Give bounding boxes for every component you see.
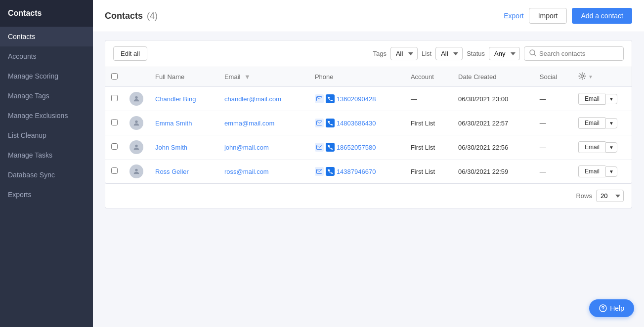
th-social: Social — [534, 67, 572, 87]
table-row: Chandler Bing chandler@mail.com — [105, 87, 632, 111]
contact-phone-link[interactable]: 14803686430 — [337, 120, 376, 127]
rows-label: Rows — [576, 192, 592, 200]
sidebar-item-exports[interactable]: Exports — [0, 185, 93, 204]
contact-name-link[interactable]: Chandler Bing — [155, 95, 196, 103]
phone-cell: 13602090428 — [309, 87, 405, 111]
sidebar-item-contacts[interactable]: Contacts — [0, 27, 93, 46]
contact-email-link[interactable]: emma@mail.com — [224, 120, 274, 127]
contact-name-link[interactable]: John Smith — [155, 144, 187, 151]
th-email[interactable]: Email ▼ — [218, 67, 309, 87]
sms-icon[interactable] — [315, 143, 324, 152]
status-select[interactable]: Any — [489, 47, 520, 60]
th-actions: ▼ — [572, 67, 632, 87]
email-action-button[interactable]: Email — [578, 165, 605, 177]
column-dropdown-icon[interactable]: ▼ — [588, 74, 593, 80]
rows-per-page-select[interactable]: 20 50 100 — [596, 190, 624, 202]
email-action-button[interactable]: Email — [578, 141, 605, 153]
contact-email-link[interactable]: chandler@mail.com — [224, 95, 281, 103]
call-icon[interactable] — [326, 167, 335, 176]
row-checkbox[interactable] — [111, 143, 118, 150]
settings-icon[interactable] — [578, 72, 586, 82]
call-icon[interactable] — [326, 143, 335, 152]
row-checkbox-cell[interactable] — [105, 87, 124, 111]
call-icon[interactable] — [326, 94, 335, 103]
sidebar-item-accounts[interactable]: Accounts — [0, 46, 93, 66]
svg-point-7 — [135, 145, 137, 147]
help-button[interactable]: Help — [589, 299, 634, 317]
email-dropdown-button[interactable]: ▼ — [605, 166, 617, 177]
sidebar-item-manage-tasks[interactable]: Manage Tasks — [0, 145, 93, 165]
row-checkbox[interactable] — [111, 119, 118, 125]
import-button[interactable]: Import — [529, 8, 567, 24]
sms-icon[interactable] — [315, 119, 324, 127]
sidebar-item-database-sync[interactable]: Database Sync — [0, 165, 93, 185]
table-header-row: Full Name Email ▼ Phone Account — [105, 67, 632, 87]
contact-email-link[interactable]: ross@mail.com — [224, 168, 269, 175]
email-cell: chandler@mail.com — [218, 87, 309, 111]
sms-icon[interactable] — [315, 94, 324, 103]
avatar — [129, 92, 143, 106]
svg-point-3 — [135, 96, 137, 99]
email-action-button[interactable]: Email — [578, 93, 605, 105]
contact-name-link[interactable]: Ross Geller — [155, 168, 189, 175]
sidebar-item-manage-tags[interactable]: Manage Tags — [0, 86, 93, 106]
row-checkbox-cell[interactable] — [105, 135, 124, 160]
sidebar: Contacts Contacts Accounts Manage Scorin… — [0, 0, 93, 327]
row-checkbox-cell[interactable] — [105, 160, 124, 184]
sidebar-item-manage-scoring[interactable]: Manage Scoring — [0, 66, 93, 86]
account-cell: First List — [405, 160, 452, 184]
add-contact-button[interactable]: Add a contact — [572, 8, 632, 24]
avatar-cell — [124, 135, 149, 160]
email-dropdown-button[interactable]: ▼ — [605, 94, 617, 104]
phone-cell: 14803686430 — [309, 111, 405, 135]
email-dropdown-button[interactable]: ▼ — [605, 118, 617, 128]
tags-select[interactable]: All — [390, 47, 418, 60]
contact-name-link[interactable]: Emma Smith — [155, 120, 192, 127]
contact-phone-link[interactable]: 14387946670 — [337, 168, 376, 175]
sidebar-item-list-cleanup[interactable]: List Cleanup — [0, 125, 93, 145]
edit-all-button[interactable]: Edit all — [113, 46, 147, 61]
avatar-cell — [124, 87, 149, 111]
social-cell: — — [534, 87, 572, 111]
th-full-name[interactable]: Full Name — [149, 67, 218, 87]
action-cell: Email ▼ — [572, 111, 632, 135]
help-icon — [599, 304, 607, 312]
email-dropdown-button[interactable]: ▼ — [605, 142, 617, 153]
row-checkbox[interactable] — [111, 95, 118, 101]
export-button[interactable]: Export — [504, 12, 523, 20]
email-cell: ross@mail.com — [218, 160, 309, 184]
row-checkbox[interactable] — [111, 167, 118, 174]
select-all-header[interactable] — [105, 67, 124, 87]
sms-icon[interactable] — [315, 167, 324, 176]
search-input[interactable] — [539, 50, 618, 57]
account-cell: First List — [405, 111, 452, 135]
email-btn-group: Email ▼ — [578, 165, 626, 177]
phone-cell: 14387946670 — [309, 160, 405, 184]
email-btn-group: Email ▼ — [578, 117, 626, 129]
account-cell: First List — [405, 135, 452, 160]
contacts-table-wrapper: Full Name Email ▼ Phone Account — [105, 67, 632, 184]
topbar-actions: Export Import Add a contact — [504, 8, 632, 24]
contacts-table: Full Name Email ▼ Phone Account — [105, 67, 632, 183]
search-box — [524, 46, 624, 61]
row-checkbox-cell[interactable] — [105, 111, 124, 135]
contact-email-link[interactable]: john@mail.com — [224, 144, 269, 151]
svg-point-9 — [135, 169, 137, 171]
call-icon[interactable] — [326, 119, 335, 127]
sort-icon: ▼ — [244, 73, 251, 81]
list-select[interactable]: All — [435, 47, 463, 60]
select-all-checkbox[interactable] — [111, 73, 118, 80]
phone-cell: 18652057580 — [309, 135, 405, 160]
contact-phone-link[interactable]: 13602090428 — [337, 95, 376, 103]
contact-phone-link[interactable]: 18652057580 — [337, 144, 376, 151]
svg-point-2 — [581, 75, 584, 78]
avatar-cell — [124, 111, 149, 135]
social-cell: — — [534, 160, 572, 184]
topbar: Contacts (4) Export Import Add a contact — [93, 0, 644, 32]
svg-line-1 — [534, 54, 536, 56]
email-action-button[interactable]: Email — [578, 117, 605, 129]
email-btn-group: Email ▼ — [578, 141, 626, 153]
sidebar-header: Contacts — [0, 0, 93, 27]
page-title: Contacts (4) — [105, 11, 158, 21]
sidebar-item-manage-exclusions[interactable]: Manage Exclusions — [0, 106, 93, 125]
